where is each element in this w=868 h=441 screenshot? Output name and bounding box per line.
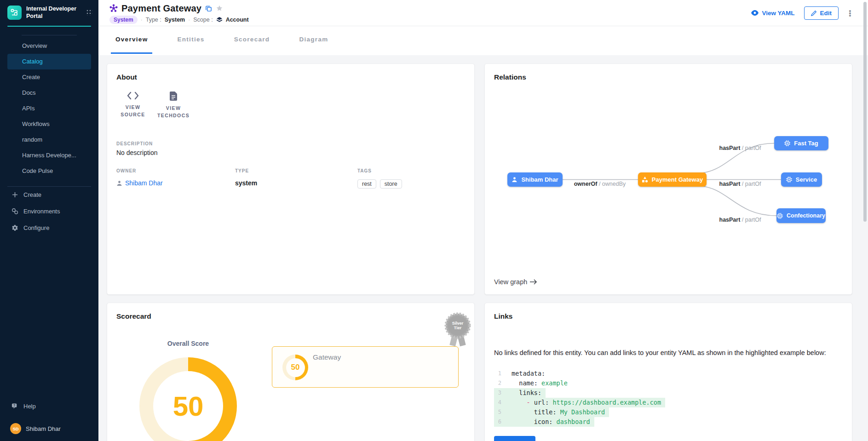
tags-label: TAGS	[357, 168, 406, 173]
sidebar-item-harness-develope[interactable]: Harness Develope...	[0, 148, 98, 163]
relation-node-shibam-dhar[interactable]: Shibam Dhar	[507, 172, 563, 187]
tier-line2: Tier	[454, 326, 462, 330]
tab-bar: OverviewEntitiesScorecardDiagram	[98, 26, 868, 55]
edge-relation-forward: hasPart	[719, 217, 740, 223]
edge-label-1: hasPart / partOf	[719, 145, 761, 151]
relation-node-confectionary[interactable]: Confectionary	[776, 208, 826, 223]
sidebar-item-catalog[interactable]: Catalog	[7, 54, 91, 69]
relation-node-label: Service	[796, 176, 817, 183]
apps-grid-icon[interactable]	[86, 9, 92, 16]
line-number: 5	[494, 409, 501, 415]
sidebar-environments-button[interactable]: Environments	[0, 203, 98, 220]
sidebar-item-create[interactable]: Create	[0, 69, 98, 85]
about-title: About	[116, 73, 137, 81]
sidebar-item-docs[interactable]: Docs	[0, 85, 98, 101]
sidebar-nav: OverviewCatalogCreateDocsAPIsWorkflowsra…	[0, 38, 98, 179]
more-options-kebab-icon[interactable]: •••	[848, 10, 852, 17]
code-icon	[127, 92, 139, 100]
tab-entities[interactable]: Entities	[172, 26, 209, 54]
links-empty-text: No links defined for this entity. You ca…	[494, 349, 844, 356]
page-title: Payment Gateway	[121, 3, 201, 14]
tab-diagram[interactable]: Diagram	[294, 26, 333, 54]
sidebar-bottom: ? Help SD Shibam Dhar	[0, 399, 98, 441]
relation-node-label: Payment Gateway	[652, 176, 703, 183]
view-source-button[interactable]: VIEW SOURCE	[113, 88, 153, 123]
tags-section: TAGS reststore	[357, 168, 406, 189]
gateway-scorecard-name: Gateway	[313, 353, 341, 361]
tag-chip-rest[interactable]: rest	[357, 179, 376, 189]
edge-label-0: ownerOf / ownedBy	[574, 181, 626, 187]
gateway-score-value: 50	[291, 363, 300, 372]
owner-link[interactable]: Shibam Dhar	[116, 179, 163, 187]
sidebar-item-apis[interactable]: APIs	[0, 101, 98, 116]
code-line-4: 4 - url: https://dashboard.example.com	[494, 398, 665, 407]
type-section: TYPE system	[235, 168, 257, 187]
content-grid: About VIEW SOURCE VIEW TECHDOCS DESCRIPT…	[98, 55, 868, 441]
sidebar-item-random[interactable]: random	[0, 132, 98, 148]
relation-node-payment-gateway[interactable]: Payment Gateway	[638, 172, 707, 187]
sidebar-item-overview[interactable]: Overview	[0, 38, 98, 54]
code-text: title: My Dashboard	[512, 408, 605, 416]
sidebar-create-button[interactable]: Create	[0, 187, 98, 203]
relations-card: Relations Shibam DharPayment GatewayFast…	[484, 63, 852, 295]
owner-name: Shibam Dhar	[125, 179, 163, 187]
scope-value: Account	[226, 17, 249, 23]
system-entity-icon	[109, 4, 118, 12]
edge-relation-forward: hasPart	[719, 145, 740, 151]
line-number: 3	[494, 389, 501, 396]
tab-overview[interactable]: Overview	[111, 26, 152, 54]
code-text: metadata:	[512, 370, 545, 377]
edge-relation-forward: hasPart	[719, 181, 740, 187]
page-scrollbar[interactable]	[863, 2, 867, 222]
description-value: No description	[116, 149, 158, 156]
copy-icon[interactable]	[205, 5, 212, 12]
edge-relation-forward: ownerOf	[574, 181, 598, 187]
sidebar-configure-label: Configure	[23, 224, 49, 231]
user-name: Shibam Dhar	[26, 425, 61, 432]
edge-relation-reverse: / partOf	[740, 145, 761, 151]
type-label: Type :	[146, 17, 161, 23]
nav-divider	[22, 35, 77, 35]
sidebar-environments-label: Environments	[23, 208, 60, 215]
sidebar: Internal Developer Portal OverviewCatalo…	[0, 0, 98, 441]
sidebar-accent-rule	[7, 26, 91, 27]
type-label: TYPE	[235, 168, 257, 173]
sidebar-item-code-pulse[interactable]: Code Pulse	[0, 163, 98, 179]
links-title: Links	[494, 312, 512, 321]
sidebar-create-label: Create	[23, 191, 41, 198]
code-text: links:	[512, 389, 541, 396]
links-card: Links No links defined for this entity. …	[484, 303, 852, 441]
star-icon[interactable]	[216, 5, 223, 12]
edge-relation-reverse: / partOf	[740, 217, 761, 223]
links-action-button[interactable]	[494, 436, 535, 441]
tags-row: reststore	[357, 179, 406, 189]
relation-node-fast-tag[interactable]: Fast Tag	[774, 136, 828, 150]
help-button[interactable]: ? Help	[0, 399, 98, 413]
view-yaml-button[interactable]: View YAML	[751, 10, 794, 17]
code-line-1: 1metadata:	[494, 369, 549, 378]
scorecard-gateway-card[interactable]: 50 Gateway	[272, 346, 459, 388]
tab-scorecard[interactable]: Scorecard	[230, 26, 275, 54]
code-text: icon: dashboard	[512, 418, 590, 425]
edit-button[interactable]: Edit	[804, 6, 839, 20]
eye-icon	[751, 10, 759, 16]
tag-chip-store[interactable]: store	[380, 179, 402, 189]
sidebar-configure-button[interactable]: Configure	[0, 220, 98, 236]
overall-score-label: Overall Score	[151, 340, 225, 347]
sidebar-item-workflows[interactable]: Workflows	[0, 116, 98, 132]
about-card: About VIEW SOURCE VIEW TECHDOCS DESCRIPT…	[107, 63, 475, 295]
view-graph-link[interactable]: View graph	[494, 278, 537, 286]
user-menu[interactable]: SD Shibam Dhar	[0, 422, 98, 435]
code-line-2: 2 name: example	[494, 378, 572, 388]
relation-node-service[interactable]: Service	[781, 172, 822, 187]
line-number: 4	[494, 399, 501, 406]
owner-section: OWNER Shibam Dhar	[116, 168, 163, 187]
app-logo[interactable]	[7, 6, 22, 20]
relations-graph: Shibam DharPayment GatewayFast TagServic…	[485, 64, 852, 294]
relation-node-label: Shibam Dhar	[521, 176, 558, 183]
code-line-3: 3 links:	[494, 388, 546, 398]
code-line-5: 5 title: My Dashboard	[494, 407, 609, 417]
overall-score-value: 50	[173, 390, 204, 422]
view-techdocs-button[interactable]: VIEW TECHDOCS	[153, 88, 194, 123]
kind-badge: System	[109, 16, 138, 24]
